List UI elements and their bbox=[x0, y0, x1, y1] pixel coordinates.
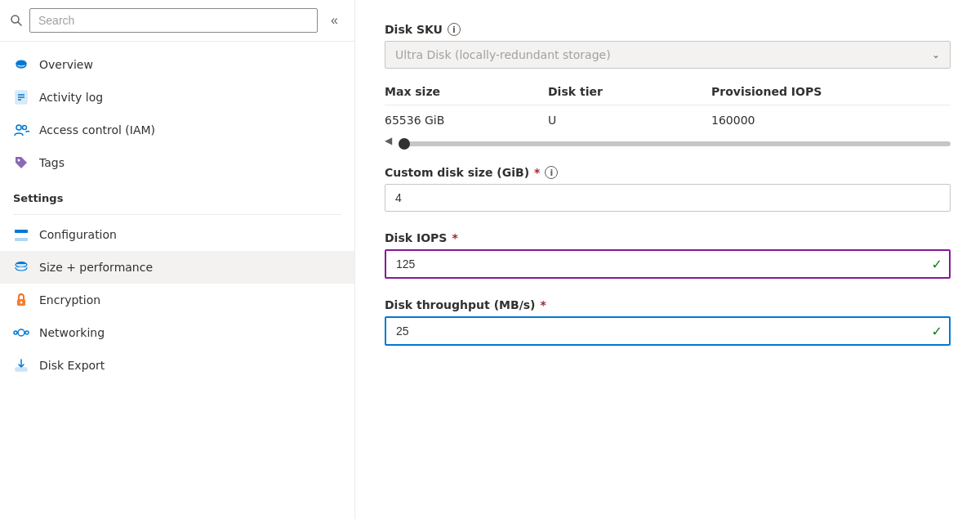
custom-disk-size-group: Custom disk size (GiB) * i bbox=[385, 166, 951, 212]
cell-disk-tier: U bbox=[548, 114, 711, 127]
svg-point-20 bbox=[25, 331, 29, 334]
disk-sku-info-icon[interactable]: i bbox=[448, 23, 461, 36]
sidebar-item-encryption-label: Encryption bbox=[39, 293, 100, 306]
required-marker: * bbox=[534, 166, 540, 179]
sidebar-item-tags[interactable]: Tags bbox=[0, 146, 354, 179]
dropdown-chevron-icon: ⌄ bbox=[932, 49, 940, 60]
size-performance-icon bbox=[13, 259, 29, 275]
disk-iops-required-marker: * bbox=[452, 231, 457, 244]
sidebar-item-activity-log[interactable]: Activity log bbox=[0, 81, 354, 114]
sidebar: « Overview bbox=[0, 0, 355, 519]
sidebar-item-activity-label: Activity log bbox=[39, 91, 103, 104]
disk-export-icon bbox=[13, 357, 29, 374]
sidebar-item-configuration[interactable]: Configuration bbox=[0, 218, 354, 251]
svg-point-10 bbox=[23, 126, 27, 130]
sidebar-item-overview-label: Overview bbox=[39, 58, 93, 71]
tags-icon bbox=[13, 154, 29, 171]
main-content: Disk SKU i Ultra Disk (locally-redundant… bbox=[355, 0, 980, 519]
svg-rect-13 bbox=[15, 230, 28, 233]
cell-max-size: 65536 GiB bbox=[385, 114, 548, 127]
disk-throughput-check-icon: ✓ bbox=[932, 324, 942, 339]
svg-line-1 bbox=[18, 22, 21, 25]
custom-disk-size-label: Custom disk size (GiB) * i bbox=[385, 166, 951, 179]
disk-iops-input[interactable] bbox=[385, 249, 951, 279]
slider-thumb[interactable] bbox=[399, 138, 410, 150]
search-bar: « bbox=[0, 0, 354, 42]
disk-size-slider[interactable] bbox=[399, 141, 951, 146]
sidebar-item-overview[interactable]: Overview bbox=[0, 48, 354, 81]
disk-iops-group: Disk IOPS * ✓ bbox=[385, 231, 951, 279]
col-max-size: Max size bbox=[385, 85, 548, 98]
disk-sku-group: Disk SKU i Ultra Disk (locally-redundant… bbox=[385, 23, 951, 146]
sidebar-item-access-control[interactable]: Access control (IAM) bbox=[0, 114, 354, 146]
activity-log-icon bbox=[13, 89, 29, 105]
sidebar-item-config-label: Configuration bbox=[39, 228, 117, 241]
configuration-icon bbox=[13, 226, 29, 243]
sidebar-item-disk-export[interactable]: Disk Export bbox=[0, 349, 354, 382]
table-header: Max size Disk tier Provisioned IOPS bbox=[385, 78, 951, 105]
svg-point-19 bbox=[14, 331, 17, 334]
disk-throughput-label: Disk throughput (MB/s) * bbox=[385, 298, 951, 311]
networking-icon bbox=[13, 324, 29, 341]
svg-point-17 bbox=[20, 302, 23, 304]
svg-point-9 bbox=[16, 125, 21, 130]
sidebar-item-encryption[interactable]: Encryption bbox=[0, 284, 354, 316]
custom-disk-size-input[interactable] bbox=[385, 184, 951, 212]
disk-throughput-required-marker: * bbox=[540, 298, 546, 311]
sidebar-item-size-label: Size + performance bbox=[39, 261, 153, 274]
slider-left-arrow-icon[interactable]: ◀ bbox=[385, 135, 392, 146]
custom-disk-info-icon[interactable]: i bbox=[545, 166, 558, 179]
sidebar-item-networking[interactable]: Networking bbox=[0, 316, 354, 349]
disk-iops-input-wrapper: ✓ bbox=[385, 249, 951, 279]
cell-provisioned-iops: 160000 bbox=[711, 114, 875, 127]
nav-list: Overview Activity log bbox=[0, 42, 354, 519]
disk-size-slider-row: ◀ bbox=[385, 135, 951, 146]
slider-track bbox=[399, 141, 951, 146]
sidebar-item-disk-export-label: Disk Export bbox=[39, 359, 105, 372]
disk-iops-label: Disk IOPS * bbox=[385, 231, 951, 244]
settings-section-header: Settings bbox=[0, 179, 354, 215]
encryption-icon bbox=[13, 292, 29, 308]
sidebar-item-size-performance[interactable]: Size + performance bbox=[0, 251, 354, 284]
svg-point-11 bbox=[18, 159, 20, 162]
search-input[interactable] bbox=[29, 8, 318, 33]
svg-point-18 bbox=[18, 329, 24, 336]
access-control-icon bbox=[13, 122, 29, 138]
svg-rect-23 bbox=[16, 368, 27, 371]
disk-throughput-group: Disk throughput (MB/s) * ✓ bbox=[385, 298, 951, 346]
sidebar-item-tags-label: Tags bbox=[39, 156, 65, 169]
sidebar-item-access-label: Access control (IAM) bbox=[39, 123, 155, 136]
col-provisioned-iops: Provisioned IOPS bbox=[711, 85, 875, 98]
disk-sku-table: Max size Disk tier Provisioned IOPS 6553… bbox=[385, 78, 951, 146]
overview-icon bbox=[13, 56, 29, 73]
sidebar-item-networking-label: Networking bbox=[39, 326, 105, 339]
disk-throughput-input-wrapper: ✓ bbox=[385, 316, 951, 346]
collapse-button[interactable]: « bbox=[324, 10, 345, 31]
disk-sku-dropdown[interactable]: Ultra Disk (locally-redundant storage) ⌄ bbox=[385, 41, 951, 69]
disk-sku-label: Disk SKU i bbox=[385, 23, 951, 36]
col-disk-tier: Disk tier bbox=[548, 85, 711, 98]
disk-iops-check-icon: ✓ bbox=[932, 257, 942, 272]
table-row: 65536 GiB U 160000 bbox=[385, 105, 951, 135]
disk-throughput-input[interactable] bbox=[385, 316, 951, 346]
search-icon bbox=[10, 14, 23, 27]
svg-rect-14 bbox=[15, 238, 28, 241]
